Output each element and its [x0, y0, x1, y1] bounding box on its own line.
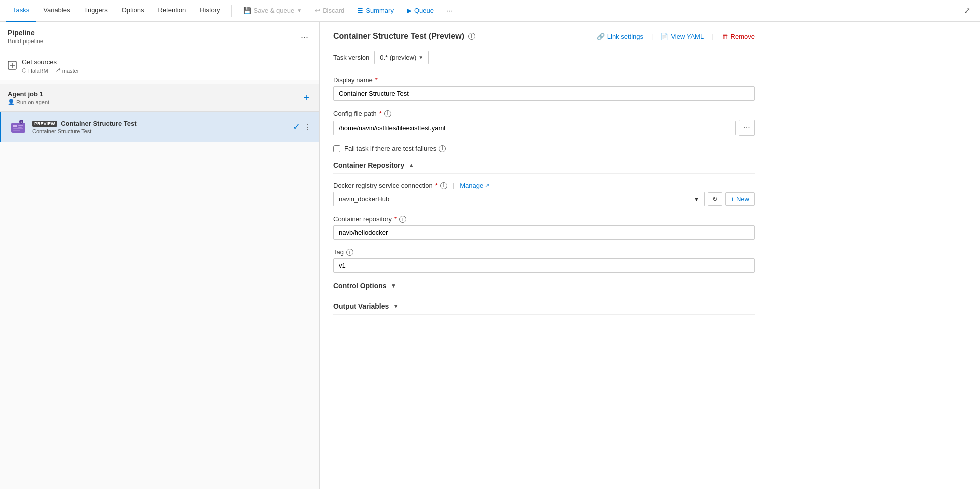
yaml-icon: 📄: [660, 33, 668, 40]
docker-registry-new-button[interactable]: + New: [725, 192, 755, 206]
tab-variables[interactable]: Variables: [36, 0, 77, 22]
output-variables-section[interactable]: Output Variables ▼: [333, 302, 755, 315]
main-layout: Pipeline Build pipeline ··· Get sources …: [0, 22, 980, 489]
panel-action-separator: |: [651, 33, 653, 40]
svg-text:⚗: ⚗: [20, 120, 22, 124]
repo-icon: ⬡: [22, 67, 27, 74]
docker-registry-row: Docker registry service connection * i |…: [333, 182, 755, 206]
link-settings-icon: 🔗: [597, 33, 605, 40]
top-nav: Tasks Variables Triggers Options Retenti…: [0, 0, 980, 22]
manage-external-icon: ↗: [485, 182, 489, 189]
config-file-path-row: Config file path * i ···: [333, 110, 755, 136]
agent-job-subtitle: 👤 Run on agent: [8, 99, 49, 105]
tab-options[interactable]: Options: [115, 0, 151, 22]
container-repository-field-row: Container repository * i: [333, 215, 755, 240]
container-repository-input[interactable]: [333, 225, 755, 240]
svg-rect-7: [13, 128, 23, 129]
container-repository-toggle-icon: ▲: [408, 162, 414, 169]
task-more-button[interactable]: ⋮: [303, 122, 311, 132]
tab-retention[interactable]: Retention: [151, 0, 193, 22]
get-sources[interactable]: Get sources ⬡ HalaRM ⎇ master: [0, 52, 319, 80]
manage-link[interactable]: Manage ↗: [460, 182, 489, 189]
task-actions: ✓ ⋮: [293, 121, 311, 132]
docker-registry-select-row: navin_dockerHub ▼ ↻ + New: [333, 192, 755, 206]
docker-registry-label: Docker registry service connection * i |…: [333, 182, 755, 189]
svg-rect-5: [18, 125, 23, 126]
svg-rect-8: [13, 130, 20, 131]
task-content: PREVIEW Container Structure Test Contain…: [32, 120, 288, 134]
task-version-label: Task version: [333, 54, 369, 61]
svg-rect-6: [18, 127, 22, 128]
summary-button[interactable]: ☰ Summary: [352, 4, 399, 17]
panel-action-separator2: |: [712, 33, 713, 40]
control-options-toggle-icon: ▼: [391, 282, 397, 289]
docker-required: *: [435, 182, 438, 189]
panel-title: Container Structure Test (Preview) i: [333, 32, 475, 41]
display-name-required: *: [375, 76, 378, 84]
tag-label: Tag i: [333, 248, 755, 256]
more-options-button[interactable]: ···: [441, 4, 458, 17]
pipeline-info: Pipeline Build pipeline: [8, 29, 43, 45]
container-repository-section[interactable]: Container Repository ▲: [333, 161, 755, 174]
config-required: *: [379, 110, 382, 117]
queue-play-icon: ▶: [407, 7, 412, 14]
config-file-path-input[interactable]: [333, 121, 736, 135]
container-repo-info-icon[interactable]: i: [399, 216, 406, 223]
container-repository-label: Container repository * i: [333, 215, 755, 223]
expand-icon[interactable]: ⤢: [960, 4, 974, 17]
tag-input[interactable]: [333, 258, 755, 273]
pipeline-subtitle: Build pipeline: [8, 38, 43, 45]
fail-task-info-icon[interactable]: i: [439, 145, 446, 152]
tag-info-icon[interactable]: i: [346, 249, 353, 256]
panel-actions: 🔗 Link settings | 📄 View YAML | 🗑 Remove: [597, 33, 755, 40]
config-file-path-browse-button[interactable]: ···: [739, 120, 755, 136]
discard-button[interactable]: ↩ Discard: [309, 4, 350, 17]
agent-job-left: Agent job 1 👤 Run on agent: [8, 90, 49, 105]
task-item[interactable]: ⚗ PREVIEW Container Structure Test Conta…: [0, 112, 319, 142]
docker-registry-refresh-button[interactable]: ↻: [708, 192, 722, 206]
pipeline-title: Pipeline: [8, 29, 43, 37]
panel-header: Container Structure Test (Preview) i 🔗 L…: [333, 32, 755, 41]
docker-info-icon[interactable]: i: [440, 182, 447, 189]
pipeline-more-button[interactable]: ···: [298, 31, 311, 43]
config-info-icon[interactable]: i: [384, 110, 391, 117]
get-sources-icon: [8, 61, 17, 72]
save-queue-button[interactable]: 💾 Save & queue ▼: [238, 4, 308, 17]
summary-icon: ☰: [357, 7, 363, 14]
task-version-select[interactable]: 0.* (preview) ▼: [374, 51, 429, 64]
remove-button[interactable]: 🗑 Remove: [722, 33, 755, 40]
display-name-input[interactable]: [333, 86, 755, 101]
view-yaml-button[interactable]: 📄 View YAML: [660, 33, 704, 40]
control-options-section[interactable]: Control Options ▼: [333, 282, 755, 294]
container-repo-required: *: [394, 215, 397, 223]
tab-tasks[interactable]: Tasks: [6, 0, 36, 22]
get-sources-repo: ⬡ HalaRM: [22, 67, 48, 74]
left-panel: Pipeline Build pipeline ··· Get sources …: [0, 22, 320, 489]
tab-history[interactable]: History: [193, 0, 227, 22]
fail-task-label: Fail task if there are test failures i: [344, 145, 446, 152]
discard-icon: ↩: [315, 7, 320, 14]
remove-icon: 🗑: [722, 33, 728, 40]
branch-icon: ⎇: [54, 67, 61, 74]
add-task-button[interactable]: +: [301, 92, 311, 104]
task-subtitle: Container Structure Test: [32, 128, 288, 134]
link-settings-button[interactable]: 🔗 Link settings: [597, 33, 643, 40]
display-name-row: Display name *: [333, 76, 755, 101]
panel-title-info-icon[interactable]: i: [468, 33, 475, 40]
tab-triggers[interactable]: Triggers: [77, 0, 114, 22]
task-version-row: Task version 0.* (preview) ▼: [333, 51, 755, 64]
task-title: PREVIEW Container Structure Test: [32, 120, 288, 127]
queue-button[interactable]: ▶ Queue: [401, 4, 439, 17]
docker-registry-dropdown[interactable]: navin_dockerHub ▼: [333, 192, 705, 206]
docker-sep: |: [453, 182, 454, 189]
fail-task-row: Fail task if there are test failures i: [333, 145, 755, 152]
display-name-label: Display name *: [333, 76, 755, 84]
config-file-path-input-row: ···: [333, 120, 755, 136]
get-sources-branch: ⎇ master: [54, 67, 79, 74]
get-sources-title: Get sources: [22, 58, 311, 66]
right-panel: Container Structure Test (Preview) i 🔗 L…: [320, 22, 980, 489]
agent-job-info: Agent job 1 👤 Run on agent: [8, 90, 49, 105]
fail-task-checkbox[interactable]: [333, 145, 340, 152]
refresh-icon: ↻: [712, 195, 718, 203]
save-icon: 💾: [243, 7, 251, 14]
